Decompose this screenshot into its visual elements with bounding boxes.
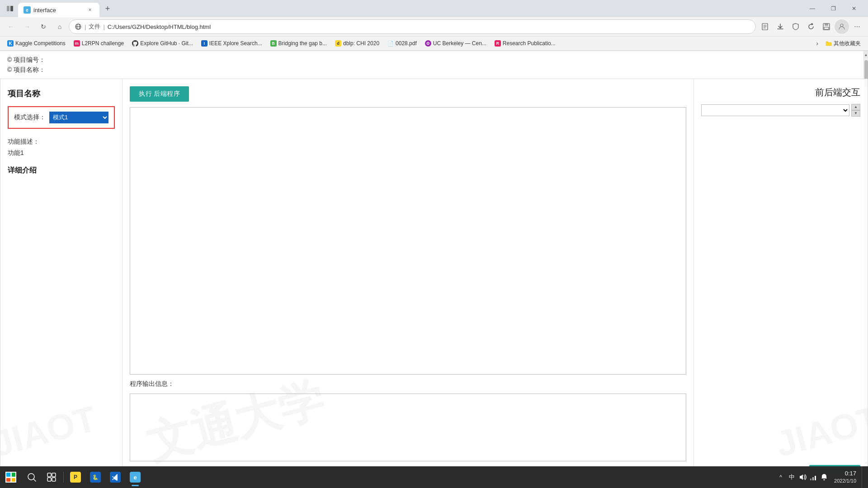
tab-close-button[interactable]: × bbox=[86, 6, 94, 14]
volume-button[interactable] bbox=[798, 473, 807, 482]
taskbar-vscode-button[interactable] bbox=[105, 467, 125, 487]
address-path-separator: | bbox=[103, 23, 104, 30]
bookmark-ieee-icon: I bbox=[201, 40, 208, 47]
top-info: © 项目编号： © 项目名称： bbox=[0, 51, 868, 79]
svg-rect-1 bbox=[10, 6, 13, 11]
bookmark-pdf028-label: 0028.pdf bbox=[396, 40, 417, 47]
window-controls: — ❐ ✕ bbox=[802, 0, 864, 17]
right-scroll-up-button[interactable]: ▲ bbox=[851, 104, 860, 110]
output-textarea[interactable] bbox=[130, 394, 686, 461]
notification-button[interactable] bbox=[820, 473, 829, 482]
bookmark-ucberkeley[interactable]: ✿ UC Berkeley — Cen... bbox=[421, 39, 490, 47]
project-number-line: © 项目编号： bbox=[7, 55, 861, 65]
bookmark-research-icon: R bbox=[495, 40, 501, 47]
taskbar: P 🐍 e ^ 中 bbox=[0, 466, 868, 488]
network-button[interactable] bbox=[809, 473, 818, 482]
bookmark-ucberkeley-label: UC Berkeley — Cen... bbox=[433, 40, 486, 47]
refresh-button[interactable]: ↻ bbox=[36, 19, 51, 34]
search-icon bbox=[26, 472, 37, 483]
task-view-button[interactable] bbox=[42, 467, 61, 487]
project-name-label: 项目名称 bbox=[8, 88, 115, 99]
right-scroll-down-button[interactable]: ▼ bbox=[851, 110, 860, 117]
bookmark-dblp-label: dblp: CHI 2020 bbox=[343, 40, 379, 47]
bookmark-l2rpn[interactable]: m L2RPN challenge bbox=[70, 39, 127, 47]
expand-tray-icon: ^ bbox=[779, 474, 782, 480]
svg-rect-16 bbox=[810, 479, 811, 480]
sidebar-toggle-button[interactable] bbox=[4, 2, 16, 15]
svg-point-8 bbox=[840, 24, 843, 27]
active-tab[interactable]: e interface × bbox=[18, 3, 99, 17]
python-icon: 🐍 bbox=[90, 472, 101, 483]
shield-button[interactable] bbox=[788, 19, 803, 34]
bookmark-bridging[interactable]: B Bridging the gap b... bbox=[267, 39, 330, 47]
address-globe-icon bbox=[75, 23, 82, 30]
start-button[interactable] bbox=[0, 466, 22, 488]
address-url: C:/Users/GZH/Desktop/HTML/blog.html bbox=[108, 23, 750, 30]
folder-icon bbox=[826, 40, 832, 47]
taskbar-pycharm-button[interactable]: P bbox=[66, 467, 85, 487]
func-desc-label: 功能描述： bbox=[8, 138, 39, 145]
bookmark-ieee-label: IEEE Xplore Search... bbox=[209, 40, 262, 47]
edge-icon: e bbox=[130, 472, 141, 483]
bookmark-research[interactable]: R Research Publicatio... bbox=[491, 39, 559, 47]
middle-panel: 文通大学 执行 后端程序 程序输出信息： CONTINUE bbox=[122, 79, 694, 467]
show-hidden-tray-button[interactable]: ^ bbox=[776, 473, 785, 482]
output-label: 程序输出信息： bbox=[130, 380, 686, 388]
bookmark-l2rpn-label: L2RPN challenge bbox=[82, 40, 124, 47]
mode-select[interactable]: 模式1 模式2 模式3 bbox=[49, 112, 108, 123]
right-panel-select[interactable] bbox=[701, 104, 849, 116]
exec-backend-button[interactable]: 执行 后端程序 bbox=[130, 86, 189, 102]
new-tab-button[interactable]: + bbox=[101, 2, 114, 15]
tab-bar: e interface × + — ❐ ✕ bbox=[0, 0, 868, 17]
vscode-icon bbox=[110, 472, 121, 483]
input-textarea[interactable] bbox=[130, 107, 686, 375]
mode-label: 模式选择： bbox=[14, 113, 46, 122]
tab-label: interface bbox=[33, 7, 83, 14]
collections-button[interactable] bbox=[758, 19, 772, 34]
watermark-left: JIАОТ bbox=[0, 398, 101, 465]
bookmark-bridging-label: Bridging the gap b... bbox=[278, 40, 327, 47]
address-bar[interactable]: | 文件 | C:/Users/GZH/Desktop/HTML/blog.ht… bbox=[69, 19, 756, 34]
windows-logo-icon bbox=[5, 472, 16, 483]
maximize-button[interactable]: ❐ bbox=[823, 0, 844, 17]
mode-select-container: 模式选择： 模式1 模式2 模式3 bbox=[8, 106, 115, 129]
system-tray: ^ 中 bbox=[773, 466, 868, 488]
task-view-icon bbox=[46, 472, 57, 483]
taskbar-search-button[interactable] bbox=[22, 467, 42, 487]
nav-bar: ← → ↻ ⌂ | 文件 | C:/Users/GZH/Desktop/HTML… bbox=[0, 17, 868, 36]
taskbar-edge-button[interactable]: e bbox=[125, 467, 145, 487]
forward-button[interactable]: → bbox=[20, 19, 34, 34]
bookmark-dblp[interactable]: d dblp: CHI 2020 bbox=[331, 39, 383, 47]
language-indicator[interactable]: 中 bbox=[787, 473, 796, 482]
bookmark-more-button[interactable]: › bbox=[813, 39, 821, 48]
profile-button[interactable] bbox=[835, 19, 849, 34]
svg-rect-13 bbox=[47, 478, 51, 481]
back-button[interactable]: ← bbox=[4, 19, 18, 34]
svg-rect-0 bbox=[7, 6, 9, 11]
svg-rect-17 bbox=[812, 477, 814, 480]
refresh-page-button[interactable] bbox=[804, 19, 818, 34]
taskbar-python-button[interactable]: 🐍 bbox=[85, 467, 105, 487]
more-button[interactable]: ··· bbox=[850, 19, 864, 34]
bookmark-kaggle[interactable]: K Kaggle Competitions bbox=[4, 39, 69, 47]
system-clock[interactable]: 0:17 2022/1/10 bbox=[830, 468, 860, 487]
save-button[interactable] bbox=[819, 19, 834, 34]
close-window-button[interactable]: ✕ bbox=[844, 0, 864, 17]
show-desktop-button[interactable] bbox=[862, 466, 864, 488]
svg-line-10 bbox=[33, 479, 36, 481]
download-button[interactable] bbox=[773, 19, 788, 34]
svg-rect-6 bbox=[825, 23, 828, 26]
taskbar-separator-1 bbox=[63, 472, 64, 483]
bookmark-folder-button[interactable]: 其他收藏夹 bbox=[822, 39, 864, 48]
minimize-button[interactable]: — bbox=[802, 0, 823, 17]
interaction-title: 前后端交互 bbox=[701, 86, 860, 99]
home-button[interactable]: ⌂ bbox=[52, 19, 67, 34]
svg-rect-12 bbox=[52, 473, 56, 477]
language-label: 中 bbox=[789, 473, 795, 481]
right-scroll-buttons: ▲ ▼ bbox=[851, 104, 860, 117]
bookmark-ieee[interactable]: I IEEE Xplore Search... bbox=[198, 39, 266, 47]
bookmark-pdf028[interactable]: 📄 0028.pdf bbox=[384, 39, 420, 47]
bookmark-kaggle-icon: K bbox=[7, 40, 14, 47]
bookmark-github[interactable]: Explore GitHub · Git... bbox=[128, 39, 197, 47]
svg-rect-18 bbox=[815, 476, 816, 480]
